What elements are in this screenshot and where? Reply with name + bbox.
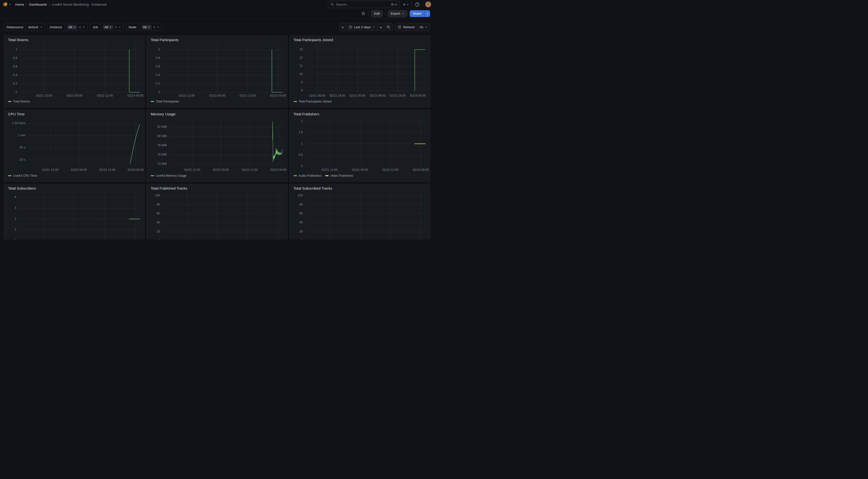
chevron-down-icon — [406, 3, 409, 6]
remove-option-icon[interactable]: × — [73, 25, 75, 29]
y-axis-tick: 2 — [4, 217, 16, 221]
selected-option-pill[interactable]: All × — [103, 25, 113, 29]
panel-title[interactable]: Total Subscribed Tracks — [293, 186, 332, 190]
panel-title[interactable]: Total Published Tracks — [151, 186, 187, 190]
legend-item[interactable]: LiveKit Memory Usage — [151, 174, 186, 178]
legend-item[interactable]: Audio Publishers — [293, 174, 321, 178]
variable-filters: Datasource default instance All × × — [4, 23, 162, 31]
y-axis-tick: 4 — [4, 195, 16, 199]
search-bar[interactable]: ⌘+k — [328, 1, 400, 8]
job-picker[interactable]: All × × — [100, 23, 123, 31]
y-axis-tick: 8 — [290, 89, 303, 92]
legend-series-swatch — [151, 101, 154, 102]
y-axis-tick: 80 — [147, 203, 160, 206]
breadcrumb-current-dashboard: LiveKit Server Monitoring - Enhanced — [52, 3, 106, 6]
legend-series-swatch — [8, 101, 11, 102]
datasource-picker[interactable]: default — [26, 23, 44, 31]
x-axis-tick: 02/23 00:00 — [128, 168, 144, 171]
x-axis-tick: 02/22 12:00 — [97, 94, 113, 97]
x-axis-tick: 02/22 12:00 — [240, 94, 255, 97]
y-axis-tick: 1 min — [4, 134, 25, 137]
add-new-button[interactable]: + — [402, 2, 409, 7]
y-axis-tick: 1.5 — [290, 130, 303, 134]
x-axis-tick: 02/22 00:00 — [213, 168, 229, 171]
selected-option-pill[interactable]: All × — [67, 25, 77, 29]
search-input[interactable] — [336, 3, 389, 6]
panel-title[interactable]: Total Participants Joined — [293, 38, 333, 42]
divider — [423, 2, 423, 7]
user-avatar[interactable] — [425, 1, 431, 7]
panel-legend: LiveKit CPU Time — [8, 174, 37, 178]
breadcrumb-dashboards[interactable]: Dashboards — [29, 3, 47, 6]
panel-title[interactable]: Total Rooms — [8, 38, 28, 42]
panel-legend: Total Rooms — [8, 100, 30, 103]
star-dashboard-button[interactable] — [361, 11, 366, 16]
chevron-down-icon — [402, 12, 404, 15]
export-button[interactable]: Export — [388, 10, 407, 17]
variable-job: Job All × × — [90, 23, 124, 31]
legend-item[interactable]: Total Participants — [151, 100, 179, 103]
variable-label: Job — [90, 23, 100, 31]
y-axis-tick: 1 — [147, 48, 160, 51]
panel-title[interactable]: Total Subscribers — [8, 186, 36, 190]
remove-option-icon[interactable]: × — [110, 25, 112, 29]
y-axis-tick: 0.2 — [147, 82, 160, 85]
x-axis-tick: 02/22 12:00 — [382, 168, 399, 171]
y-axis-tick: 0.8 — [147, 56, 160, 60]
x-axis-tick: 02/21 12:00 — [184, 168, 200, 171]
time-zoom-out-button[interactable] — [384, 23, 393, 31]
refresh-icon — [398, 25, 401, 29]
y-axis-tick: 60 — [290, 212, 303, 215]
legend-series-swatch — [293, 175, 297, 176]
panel-title[interactable]: Total Participants — [151, 38, 179, 42]
instance-picker[interactable]: All × × — [64, 23, 87, 31]
selected-option-pill[interactable]: All × — [142, 25, 152, 29]
top-nav: Home › Dashboards › LiveKit Server Monit… — [0, 0, 434, 9]
search-icon — [331, 3, 334, 6]
panel-total-rooms: Total Rooms00.20.40.60.8102/21 12:0002/2… — [4, 35, 145, 107]
clear-selection-icon[interactable]: × — [79, 25, 81, 29]
panel-title[interactable]: CPU Time — [8, 112, 25, 116]
variable-instance: instance All × × — [47, 23, 88, 31]
x-axis-tick: 02/22 16:00 — [390, 94, 406, 97]
legend-item[interactable]: Total Rooms — [8, 100, 30, 103]
time-controls: « Last 2 days » R — [339, 23, 430, 31]
refresh-group: Refresh 5s — [395, 23, 430, 31]
x-axis-tick: 02/22 00:00 — [66, 94, 83, 97]
variable-node: Node All × × — [126, 23, 162, 31]
legend-item[interactable]: LiveKit CPU Time — [8, 174, 37, 178]
legend-item[interactable]: Total Participants Joined — [293, 100, 332, 103]
x-axis-tick: 02/23 00:00 — [127, 94, 143, 97]
legend-series-swatch — [151, 175, 154, 176]
panel-legend: Total Participants Joined — [293, 100, 332, 103]
help-button[interactable]: ? — [414, 2, 420, 7]
x-axis-tick: 02/22 00:00 — [71, 168, 87, 171]
dashboard-grid: Total Rooms00.20.40.60.8102/21 12:0002/2… — [0, 35, 434, 240]
chevron-down-icon — [83, 26, 85, 28]
x-axis-tick: 02/21 12:00 — [36, 94, 52, 97]
clear-selection-icon[interactable]: × — [115, 25, 117, 29]
refresh-button[interactable]: Refresh — [395, 23, 417, 31]
time-range-picker[interactable]: Last 2 days — [346, 23, 377, 31]
y-axis-tick: 0.6 — [147, 65, 160, 68]
refresh-interval-dropdown[interactable]: 5s — [417, 23, 430, 31]
x-axis-tick: 02/21 16:00 — [329, 94, 345, 97]
x-axis-tick: 02/21 12:00 — [321, 168, 338, 171]
legend-series-swatch — [8, 175, 11, 176]
time-shift-back-button[interactable]: « — [340, 23, 346, 31]
breadcrumb-home[interactable]: Home — [16, 3, 24, 6]
breadcrumb-separator: › — [26, 2, 27, 7]
remove-option-icon[interactable]: × — [148, 25, 150, 29]
node-picker[interactable]: All × × — [139, 23, 162, 31]
org-switcher[interactable] — [2, 2, 11, 7]
edit-button[interactable]: Edit — [371, 10, 383, 17]
time-shift-forward-button[interactable]: » — [377, 23, 384, 31]
panel-title[interactable]: Memory Usage — [151, 112, 176, 116]
y-axis-tick: 40 — [147, 221, 160, 224]
share-button[interactable]: Share — [410, 10, 424, 17]
clear-selection-icon[interactable]: × — [153, 25, 156, 29]
y-axis-tick: 80 MiB — [147, 134, 167, 138]
share-menu-button[interactable] — [424, 10, 430, 17]
legend-item[interactable]: Video Publishers — [325, 174, 353, 178]
panel-title[interactable]: Total Publishers — [293, 112, 319, 116]
